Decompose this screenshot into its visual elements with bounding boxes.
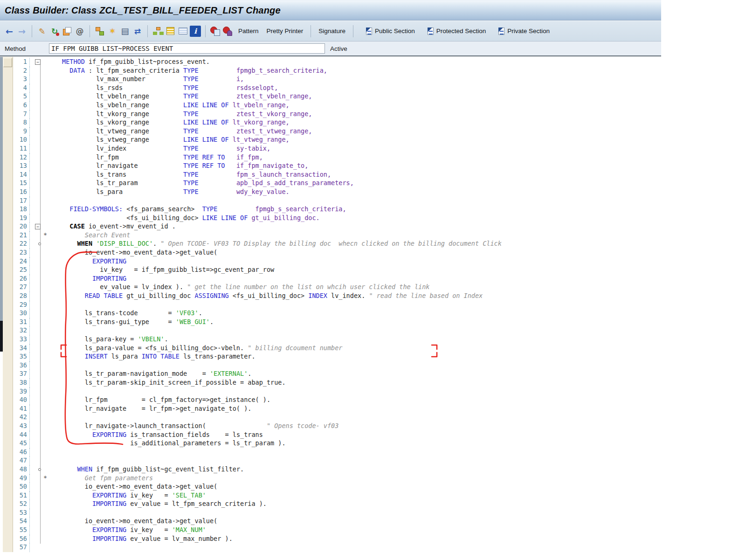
code-line[interactable]: 50 io_event->mo_event_data->get_value(: [13, 483, 660, 491]
code-line[interactable]: 11 lv_index TYPE sy-tabix,: [13, 145, 660, 153]
fold-margin: [30, 405, 62, 414]
generate-icon[interactable]: [74, 26, 85, 37]
code-line[interactable]: 48 WHEN if_fpm_guibb_list~gc_event_list_…: [13, 465, 660, 474]
display-change-icon[interactable]: [36, 26, 48, 37]
code-line[interactable]: 6 ls_vbeln_range LIKE LINE OF lt_vbeln_r…: [13, 101, 660, 110]
comment-star-marker: *: [43, 474, 47, 482]
private-section-button[interactable]: Private Section: [496, 26, 553, 36]
code-line[interactable]: 9 lt_vtweg_range TYPE ztest_t_vtweg_rang…: [13, 127, 660, 136]
code-line[interactable]: 3 lv_max_number TYPE i,: [13, 75, 660, 84]
code-line[interactable]: 53: [13, 509, 660, 518]
check-icon[interactable]: [49, 26, 60, 37]
test-icon[interactable]: [222, 26, 234, 37]
code-line[interactable]: 17: [13, 197, 660, 206]
navigate-icon[interactable]: [132, 26, 143, 37]
code-line[interactable]: 18 FIELD-SYMBOLS: <fs_params_search> TYP…: [13, 205, 660, 214]
code-line[interactable]: 7 lt_vkorg_range TYPE ztest_t_vkorg_rang…: [13, 110, 660, 119]
code-line[interactable]: 52 IMPORTING ev_value = lt_fpm_search_cr…: [13, 500, 660, 509]
fold-margin: [30, 275, 62, 283]
fold-collapse-icon[interactable]: −: [35, 59, 41, 65]
code-line[interactable]: 36: [13, 361, 660, 370]
code-line[interactable]: 34 ls_para-value = <fs_ui_billing_doc>-v…: [13, 344, 660, 353]
code-editor[interactable]: 1−METHOD if_fpm_guibb_list~process_event…: [0, 56, 661, 553]
code-line[interactable]: 20− CASE io_event->mv_event_id .: [13, 222, 660, 231]
code-line[interactable]: 10 ls_vtweg_range LIKE LINE OF lt_vtweg_…: [13, 136, 660, 145]
code-line[interactable]: 29: [13, 301, 660, 310]
code-line[interactable]: 46: [13, 448, 660, 457]
signature-button[interactable]: Signature: [315, 26, 349, 36]
code-text: ls_tr_param-skip_init_screen_if_possible…: [62, 379, 286, 387]
code-line[interactable]: 28 READ TABLE gt_ui_billing_doc ASSIGNIN…: [13, 292, 660, 301]
code-line[interactable]: 38 ls_tr_param-skip_init_screen_if_possi…: [13, 379, 660, 387]
info-icon[interactable]: [190, 26, 201, 37]
code-line[interactable]: 56 IMPORTING ev_value = lv_max_number ).: [13, 535, 660, 544]
code-line[interactable]: 22 WHEN 'DISP_BILL_DOC'. " Open TCODE- V…: [13, 240, 660, 249]
public-section-button[interactable]: Public Section: [363, 26, 418, 36]
code-line[interactable]: 5 lt_vbeln_range TYPE ztest_t_vbeln_rang…: [13, 92, 660, 101]
code-line[interactable]: 14 ls_trans TYPE fpm_s_launch_transactio…: [13, 171, 660, 180]
code-line[interactable]: 37 ls_tr_param-navigation_mode = 'EXTERN…: [13, 370, 660, 379]
code-line[interactable]: 13 lr_navigate TYPE REF TO if_fpm_naviga…: [13, 162, 660, 171]
code-line[interactable]: 12 lr_fpm TYPE REF TO if_fpm,: [13, 153, 660, 162]
code-line[interactable]: 42: [13, 413, 660, 422]
protected-section-button[interactable]: Protected Section: [425, 26, 489, 36]
code-line[interactable]: 23 io_event->mo_event_data->get_value(: [13, 249, 660, 257]
code-line[interactable]: 39: [13, 387, 660, 396]
code-line[interactable]: 33 ls_para-key = 'VBELN'.: [13, 335, 660, 344]
where-used-icon[interactable]: [94, 26, 105, 37]
line-number: 27: [13, 283, 30, 292]
stack-icon[interactable]: [165, 26, 176, 37]
code-line[interactable]: 44 EXPORTING is_transaction_fields = ls_…: [13, 431, 660, 440]
code-line[interactable]: 8 ls_vkorg_range LIKE LINE OF lt_vkorg_r…: [13, 118, 660, 127]
print-icon[interactable]: [119, 26, 131, 37]
code-line[interactable]: 31 ls_trans-gui_type = 'WEB_GUI'.: [13, 318, 660, 327]
fold-margin: [30, 188, 62, 197]
fold-margin: [30, 162, 62, 171]
breakpoint-gutter[interactable]: [3, 57, 13, 552]
code-line[interactable]: 41 lr_navigate = lr_fpm->get_navigate_to…: [13, 405, 660, 414]
code-line[interactable]: 25 iv_key = if_fpm_guibb_list=>gc_event_…: [13, 266, 660, 275]
code-line[interactable]: 57: [13, 543, 660, 552]
code-line[interactable]: 45 is_additional_parameters = ls_tr_para…: [13, 439, 660, 448]
code-line[interactable]: 54 io_event->mo_event_data->get_value(: [13, 517, 660, 526]
code-line[interactable]: 47: [13, 456, 660, 465]
fold-collapse-icon[interactable]: −: [35, 224, 41, 229]
pattern-button[interactable]: Pattern: [235, 26, 262, 36]
detail-list-icon[interactable]: [177, 26, 188, 37]
code-line[interactable]: 24 EXPORTING: [13, 257, 660, 266]
code-line[interactable]: 35 INSERT ls_para INTO TABLE ls_trans-pa…: [13, 353, 660, 361]
code-line[interactable]: 40 lr_fpm = cl_fpm_factory=>get_instance…: [13, 396, 660, 405]
pretty-printer-button[interactable]: Pretty Printer: [263, 26, 307, 36]
code-line[interactable]: 26 IMPORTING: [13, 275, 660, 283]
code-line[interactable]: 27 ev_value = lv_index ). " get the line…: [13, 283, 660, 292]
fold-margin: [30, 344, 62, 353]
method-name-input[interactable]: [49, 43, 325, 54]
code-line[interactable]: 16 ls_para TYPE wdy_key_value.: [13, 188, 660, 197]
code-line[interactable]: 55 EXPORTING iv_key = 'MAX_NUM': [13, 526, 660, 535]
forward-icon[interactable]: [16, 26, 28, 37]
fold-margin: [30, 353, 62, 361]
code-text: EXPORTING is_transaction_fields = ls_tra…: [62, 431, 263, 440]
code-line[interactable]: 19 <fs_ui_billing_doc> LIKE LINE OF gt_u…: [13, 214, 660, 223]
code-line[interactable]: 2 DATA : lt_fpm_search_criteria TYPE fpm…: [13, 67, 660, 76]
back-icon[interactable]: [4, 26, 15, 37]
line-number: 43: [13, 422, 30, 431]
block-marker-icon: [38, 468, 41, 471]
syntax-check-icon[interactable]: [210, 26, 221, 37]
code-line[interactable]: 15 ls_tr_param TYPE apb_lpd_s_add_trans_…: [13, 179, 660, 188]
hierarchy-icon[interactable]: [152, 26, 163, 37]
code-line[interactable]: 30 ls_trans-tcode = 'VF03'.: [13, 309, 660, 318]
gutter-top-button[interactable]: [3, 58, 12, 67]
code-line[interactable]: 32: [13, 326, 660, 335]
code-line[interactable]: 43 lr_navigate->launch_transaction( " Op…: [13, 422, 660, 431]
line-number: 48: [13, 465, 30, 474]
code-line[interactable]: 51 EXPORTING iv_key = 'SEL_TAB': [13, 491, 660, 500]
toolbar-separator: [147, 25, 148, 37]
activate-wand-icon[interactable]: [107, 26, 118, 37]
code-line[interactable]: 4 ls_rsds TYPE rsdsselopt,: [13, 84, 660, 93]
copy-icon[interactable]: [62, 26, 73, 37]
code-line[interactable]: 49* Get fpm parameters: [13, 474, 660, 483]
code-line[interactable]: 1−METHOD if_fpm_guibb_list~process_event…: [13, 58, 660, 67]
method-label: Method: [0, 45, 49, 52]
code-line[interactable]: 21* Search Event: [13, 231, 660, 240]
